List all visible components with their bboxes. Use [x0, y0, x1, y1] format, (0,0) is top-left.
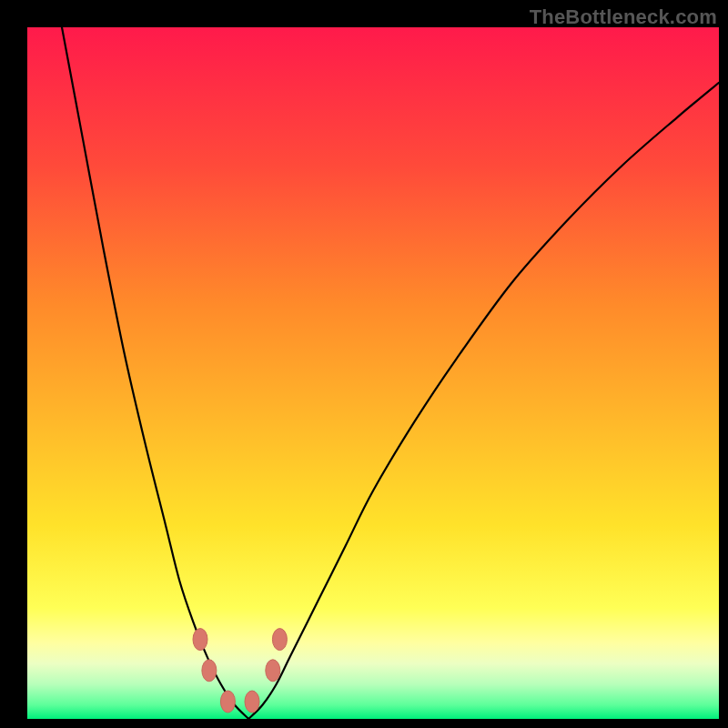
chart-container: TheBottleneck.com [0, 0, 728, 728]
marker-dot [245, 691, 259, 713]
marker-dot [193, 629, 207, 651]
plot-area [27, 27, 719, 719]
gradient-background [27, 27, 719, 719]
marker-dot [220, 691, 235, 713]
chart-svg [27, 27, 719, 719]
marker-dot [266, 660, 280, 682]
marker-dot [202, 660, 217, 682]
marker-dot [272, 629, 287, 651]
watermark-text: TheBottleneck.com [530, 5, 717, 29]
